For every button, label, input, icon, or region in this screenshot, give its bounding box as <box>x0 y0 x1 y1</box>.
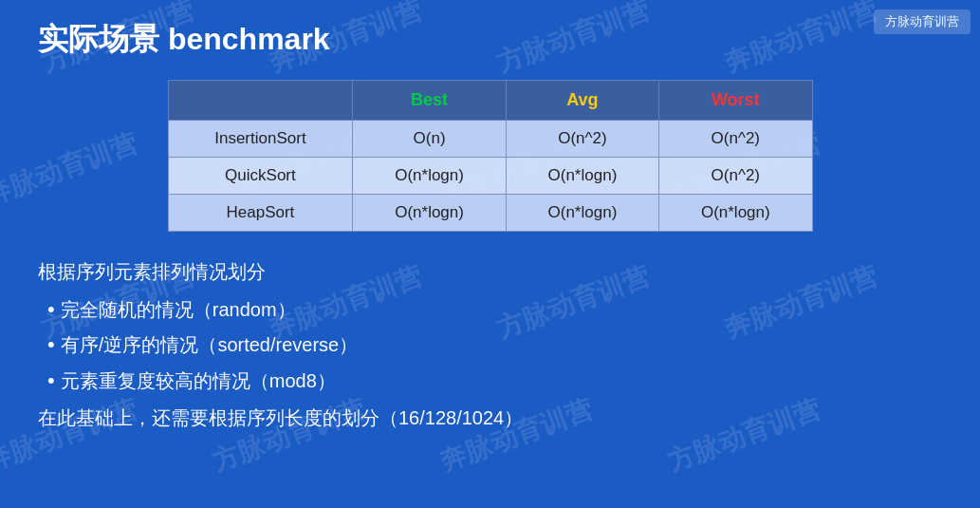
sort-name-heap: HeapSort <box>168 195 353 232</box>
footer-text: 在此基础上，还需要根据序列长度的划分（16/128/1024） <box>38 402 942 434</box>
bullet-item-2: 有序/逆序的情况（sorted/reverse） <box>47 327 942 362</box>
table-row: InsertionSort O(n) O(n^2) O(n^2) <box>168 121 812 158</box>
heap-best: O(n*logn) <box>353 195 506 232</box>
bullet-list: 完全随机的情况（random） 有序/逆序的情况（sorted/reverse）… <box>47 292 942 398</box>
bullet-item-3: 元素重复度较高的情况（mod8） <box>47 363 942 398</box>
sort-name-insertion: InsertionSort <box>168 121 353 158</box>
quick-worst: O(n^2) <box>659 158 812 195</box>
th-worst: Worst <box>659 81 812 121</box>
table-header-row: Best Avg Worst <box>168 81 812 121</box>
heap-avg: O(n*logn) <box>506 195 658 232</box>
sort-name-quick: QuickSort <box>168 158 353 195</box>
th-best: Best <box>353 81 506 121</box>
th-empty <box>168 81 353 121</box>
bullet-item-1: 完全随机的情况（random） <box>47 292 942 327</box>
intro-text: 根据序列元素排列情况划分 <box>38 255 942 288</box>
benchmark-table-container: Best Avg Worst InsertionSort O(n) O(n^2)… <box>168 80 813 232</box>
insertion-worst: O(n^2) <box>659 121 812 158</box>
insertion-best: O(n) <box>353 121 506 158</box>
benchmark-table: Best Avg Worst InsertionSort O(n) O(n^2)… <box>168 80 813 232</box>
table-row: QuickSort O(n*logn) O(n*logn) O(n^2) <box>168 158 812 195</box>
main-content: 实际场景 benchmark Best Avg Worst InsertionS… <box>0 0 980 457</box>
description-section: 根据序列元素排列情况划分 完全随机的情况（random） 有序/逆序的情况（so… <box>38 255 942 434</box>
quick-best: O(n*logn) <box>353 158 506 195</box>
table-row: HeapSort O(n*logn) O(n*logn) O(n*logn) <box>168 195 812 232</box>
quick-avg: O(n*logn) <box>506 158 658 195</box>
page-title: 实际场景 benchmark <box>38 19 942 61</box>
insertion-avg: O(n^2) <box>506 121 658 158</box>
th-avg: Avg <box>506 81 658 121</box>
heap-worst: O(n*logn) <box>659 195 812 232</box>
